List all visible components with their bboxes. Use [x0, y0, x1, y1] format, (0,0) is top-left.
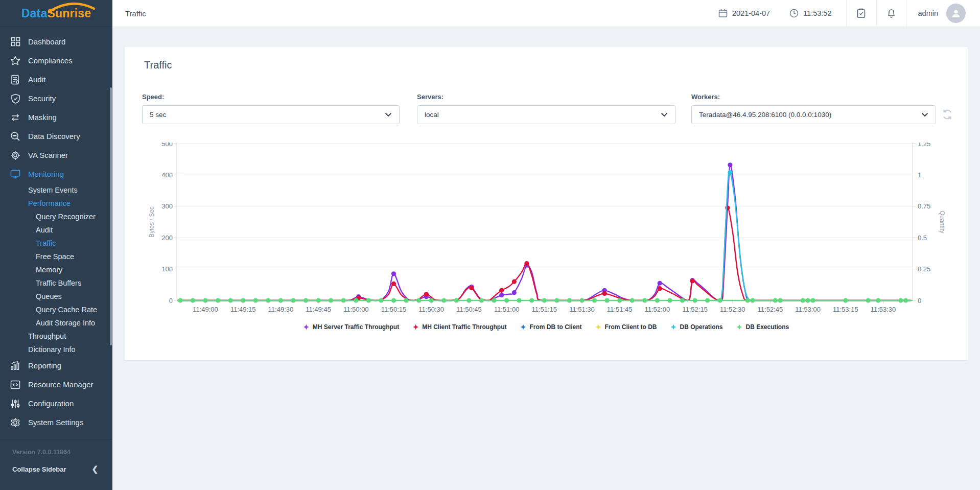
sidebar-item-monitoring[interactable]: Monitoring	[0, 165, 112, 183]
legend-item-from-client-to-db[interactable]: From Client to DB	[595, 323, 657, 331]
svg-text:11:51:30: 11:51:30	[569, 306, 595, 313]
topbar-right: 2021-04-07 11:53:52 admin	[718, 0, 980, 27]
sidebar-item-performance[interactable]: Performance	[0, 197, 112, 210]
sidebar-item-data-discovery[interactable]: Data Discovery	[0, 127, 112, 146]
collapse-sidebar-button[interactable]: Collapse Sidebar ❮	[12, 464, 100, 474]
sidebar-item-label: Dictionary Info	[28, 345, 76, 354]
user-menu[interactable]: admin	[907, 4, 980, 23]
current-time: 11:53:52	[789, 9, 831, 18]
sidebar-item-label: System Events	[28, 186, 78, 194]
svg-text:11:53:30: 11:53:30	[871, 306, 896, 313]
sliders-icon	[10, 399, 20, 409]
logo-part-sunrise: Sunrise	[47, 7, 91, 20]
legend-item-from-db-to-client[interactable]: From DB to Client	[520, 323, 581, 331]
legend-marker-icon	[595, 324, 601, 330]
sidebar-item-reporting[interactable]: Reporting	[0, 356, 112, 375]
sidebar-item-label: Audit	[28, 75, 45, 84]
chevron-left-icon: ❮	[91, 464, 98, 474]
star-icon	[10, 56, 20, 66]
sidebar-item-traffic-buffers[interactable]: Traffic Buffers	[0, 276, 112, 290]
sidebar-item-system-settings[interactable]: System Settings	[0, 413, 112, 432]
sidebar-item-audit-storage-info[interactable]: Audit Storage Info	[0, 316, 112, 330]
legend-item-db-executions[interactable]: DB Executions	[737, 323, 789, 331]
sidebar-item-label: Memory	[36, 266, 62, 274]
sidebar-item-audit[interactable]: Audit	[0, 70, 112, 89]
logo-text: DataSunrise	[21, 7, 91, 20]
sidebar-item-dictionary-info[interactable]: Dictionary Info	[0, 343, 112, 356]
legend-item-mh-server-traffic-throughput[interactable]: MH Server Traffic Throughput	[304, 323, 399, 331]
sidebar-item-label: Queues	[36, 292, 62, 300]
sidebar-item-label: Free Space	[36, 252, 74, 261]
svg-text:0: 0	[169, 297, 173, 305]
sidebar-item-va-scanner[interactable]: VA Scanner	[0, 146, 112, 165]
gear-icon	[10, 417, 20, 428]
refresh-button[interactable]	[940, 107, 954, 122]
date-text: 2021-04-07	[732, 9, 770, 17]
refresh-icon	[941, 108, 953, 121]
legend-label: DB Operations	[680, 323, 722, 331]
sidebar-item-query-recognizer[interactable]: Query Recognizer	[0, 210, 112, 223]
sidebar-item-label: VA Scanner	[28, 151, 68, 159]
notifications-button[interactable]	[877, 0, 906, 27]
sidebar-item-free-space[interactable]: Free Space	[0, 250, 112, 263]
sidebar-scrollbar[interactable]	[110, 87, 112, 345]
svg-text:0.25: 0.25	[918, 265, 930, 273]
sidebar-item-label: Query Cache Rate	[36, 306, 97, 314]
sidebar-item-throughput[interactable]: Throughput	[0, 330, 112, 343]
swap-icon	[10, 112, 20, 123]
workers-select[interactable]: Teradata@46.4.95.208:6100 (0.0.0.0:1030)	[691, 105, 936, 124]
svg-text:400: 400	[161, 171, 173, 179]
logo-part-data: Data	[21, 7, 48, 20]
svg-text:Bytes / Sec: Bytes / Sec	[148, 206, 155, 238]
svg-text:11:49:30: 11:49:30	[268, 306, 294, 313]
sidebar-item-label: Query Recognizer	[36, 213, 96, 221]
sidebar-item-security[interactable]: Security	[0, 89, 112, 108]
sidebar-item-queues[interactable]: Queues	[0, 290, 112, 303]
magnifier-icon	[10, 131, 20, 142]
sidebar-item-masking[interactable]: Masking	[0, 108, 112, 127]
sidebar-item-system-events[interactable]: System Events	[0, 183, 112, 197]
servers-select[interactable]: local	[417, 105, 675, 124]
document-icon	[10, 75, 20, 85]
sidebar-item-label: Performance	[28, 199, 71, 207]
chevron-down-icon	[661, 111, 668, 119]
svg-text:0.5: 0.5	[918, 234, 927, 242]
sidebar-item-label: Reporting	[28, 361, 61, 370]
legend-label: MH Server Traffic Throughput	[313, 323, 399, 331]
tasks-button[interactable]	[847, 0, 876, 27]
sidebar-item-memory[interactable]: Memory	[0, 263, 112, 276]
svg-text:11:52:30: 11:52:30	[720, 306, 745, 313]
svg-text:11:53:00: 11:53:00	[795, 306, 821, 313]
sidebar-item-label: Configuration	[28, 399, 74, 408]
legend-marker-icon	[304, 324, 309, 330]
svg-text:11:52:00: 11:52:00	[645, 306, 670, 313]
svg-text:11:49:00: 11:49:00	[193, 306, 218, 313]
legend-item-mh-client-traffic-throughput[interactable]: MH Client Traffic Throughput	[413, 323, 506, 331]
sidebar-item-label: Compliances	[28, 56, 73, 65]
legend-marker-icon	[737, 324, 742, 330]
sidebar-item-label: System Settings	[28, 418, 83, 427]
svg-text:11:50:15: 11:50:15	[381, 306, 407, 313]
svg-text:11:50:45: 11:50:45	[456, 306, 482, 313]
svg-text:11:52:45: 11:52:45	[758, 306, 783, 313]
sidebar-item-configuration[interactable]: Configuration	[0, 394, 112, 413]
sidebar-item-query-cache-rate[interactable]: Query Cache Rate	[0, 303, 112, 316]
sidebar-item-audit-performance[interactable]: Audit	[0, 223, 112, 237]
speed-selected-value: 5 sec	[150, 111, 381, 119]
sidebar-item-resource-manager[interactable]: Resource Manager	[0, 375, 112, 394]
sidebar-item-compliances[interactable]: Compliances	[0, 51, 112, 70]
sidebar-item-traffic[interactable]: Traffic	[0, 237, 112, 250]
datasunrise-logo[interactable]: DataSunrise	[0, 0, 112, 27]
sidebar-item-label: Security	[28, 94, 56, 103]
speed-select[interactable]: 5 sec	[142, 105, 400, 124]
sidebar-item-dashboard[interactable]: Dashboard	[0, 32, 112, 51]
speed-label: Speed:	[142, 93, 400, 101]
sidebar-bottom: Version 7.0.0.11864 Collapse Sidebar ❮	[0, 439, 112, 490]
legend-marker-icon	[413, 324, 418, 330]
clock-icon	[789, 9, 799, 18]
svg-text:0.75: 0.75	[918, 202, 930, 210]
username-text: admin	[918, 9, 939, 17]
svg-text:100: 100	[161, 265, 173, 273]
legend-item-db-operations[interactable]: DB Operations	[670, 323, 722, 331]
servers-label: Servers:	[417, 93, 675, 101]
